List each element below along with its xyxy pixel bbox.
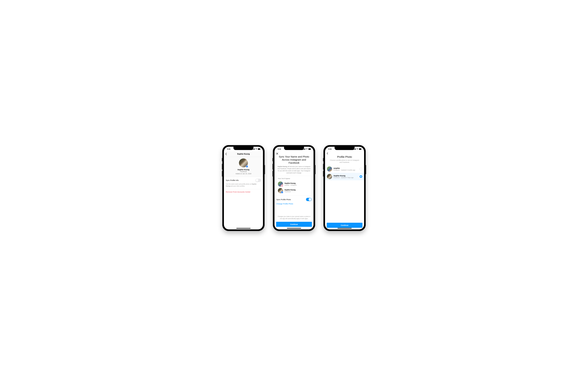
avatar <box>239 158 248 167</box>
radio-selected-icon <box>360 175 362 178</box>
facebook-badge-icon <box>281 191 283 193</box>
profile-photo-title: Profile Photo <box>325 155 364 159</box>
sync-profile-info-row: Sync Profile Info <box>224 177 263 183</box>
back-button[interactable] <box>325 151 364 155</box>
avatar <box>327 174 332 179</box>
appearance-instagram-row: Sophie Keung zzzphie · Instagram <box>278 181 310 187</box>
sync-profile-photo-label: Sync Profile Photo <box>276 198 291 200</box>
entry-name: Sophie Keung <box>284 182 297 184</box>
profile-photo-description: Choose a profile photo to use on Instagr… <box>325 159 364 165</box>
sync-profile-photo-toggle[interactable] <box>306 198 312 201</box>
svg-rect-2 <box>260 149 261 149</box>
close-button[interactable] <box>276 151 312 155</box>
remove-from-accounts-center-button[interactable]: Remove From Accounts Center <box>224 189 263 195</box>
entry-subtitle: Facebook <box>284 191 295 193</box>
option-name: Sophie Keung <box>334 175 358 177</box>
avatar <box>278 188 283 193</box>
avatar <box>278 181 283 187</box>
wifi-icon <box>357 148 358 150</box>
home-indicator <box>338 228 352 229</box>
home-indicator <box>236 228 250 229</box>
battery-icon <box>359 148 362 150</box>
profile-name: Sophie Keung <box>224 168 263 171</box>
instagram-badge-icon <box>281 185 283 187</box>
sync-help-text: Use the same name and profile photo on S… <box>224 183 263 189</box>
sync-description: Sophie Keung will become your name on In… <box>276 166 312 176</box>
continue-button[interactable]: Continue <box>327 223 362 228</box>
continue-button[interactable]: Continue <box>276 222 312 227</box>
svg-rect-7 <box>359 149 361 149</box>
sync-profile-photo-row: Sync Profile Photo <box>276 196 312 202</box>
status-time: 9:41 <box>226 148 230 150</box>
status-time: 9:41 <box>327 148 332 150</box>
svg-rect-1 <box>258 149 260 149</box>
back-button[interactable] <box>225 153 227 155</box>
appearance-facebook-row: Sophie Keung Facebook <box>278 187 310 194</box>
facebook-badge-icon <box>246 165 248 168</box>
radio-unselected-icon <box>360 168 362 170</box>
screen-3: 9:41 Profile Photo Choose a profile phot… <box>325 147 364 230</box>
avatar <box>327 167 332 172</box>
svg-rect-5 <box>311 149 311 149</box>
screen-2: 9:41 Sync Your Name and Photo Across Ins… <box>274 147 314 230</box>
option-name: zzzphie <box>334 167 358 169</box>
screen-1: 9:41 Sophie Keung <box>224 147 263 230</box>
sync-profile-info-label: Sync Profile Info <box>226 179 239 181</box>
battery-icon <box>308 148 311 150</box>
photo-option-facebook[interactable]: Sophie Keung Facebook · Updated 3 days a… <box>325 173 364 180</box>
svg-rect-8 <box>361 149 362 149</box>
phone-frame-1: 9:41 Sophie Keung <box>222 145 265 231</box>
notch <box>233 147 253 150</box>
home-indicator <box>287 228 301 229</box>
profile-added-date: Added on Jan 10, 2020 <box>224 173 263 175</box>
wifi-icon <box>255 148 257 150</box>
profile-card: Sophie Keung Facebook Added on Jan 10, 2… <box>224 157 263 177</box>
phone-frame-2: 9:41 Sync Your Name and Photo Across Ins… <box>273 145 315 231</box>
status-time: 9:41 <box>277 148 281 150</box>
entry-subtitle: zzzphie · Instagram <box>284 184 297 186</box>
appearance-card-title: How You'll Appear <box>278 178 310 179</box>
change-profile-photo-link[interactable]: Change Profile Photo <box>276 202 312 205</box>
battery-icon <box>258 148 261 150</box>
option-subtitle: Facebook · Updated 3 days ago <box>334 177 358 178</box>
sync-profile-info-toggle[interactable] <box>255 179 261 182</box>
notch <box>284 147 304 150</box>
screen1-header: Sophie Keung <box>224 151 263 157</box>
sync-footer-note: Changes you make to your synced name or … <box>276 213 312 222</box>
entry-name: Sophie Keung <box>284 189 295 191</box>
sync-title: Sync Your Name and Photo Across Instagra… <box>276 155 312 166</box>
svg-rect-4 <box>309 149 311 149</box>
photo-option-instagram[interactable]: zzzphie Instagram · Updated 4 months ago <box>325 165 364 173</box>
option-subtitle: Instagram · Updated 4 months ago <box>334 169 358 171</box>
wifi-icon <box>306 148 308 150</box>
phone-frame-3: 9:41 Profile Photo Choose a profile phot… <box>323 145 366 231</box>
screen1-title: Sophie Keung <box>224 153 263 155</box>
appearance-card: How You'll Appear Sophie Keung zzzphie ·… <box>276 176 312 196</box>
notch <box>335 147 355 150</box>
profile-platform: Facebook <box>224 171 263 173</box>
